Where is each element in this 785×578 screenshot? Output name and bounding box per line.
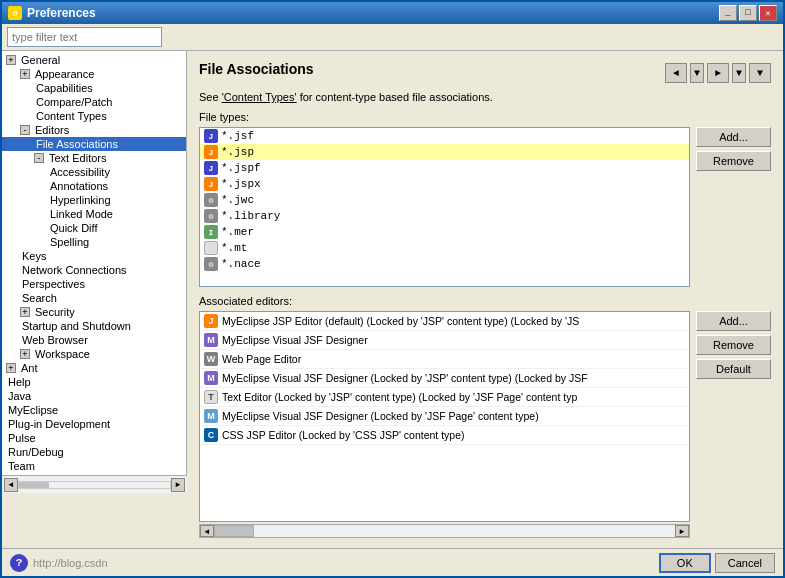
sidebar-item-security[interactable]: +Security	[2, 305, 186, 319]
sidebar-item-capabilities[interactable]: Capabilities	[2, 81, 186, 95]
ok-button[interactable]: OK	[659, 553, 711, 573]
editor-item[interactable]: TText Editor (Locked by 'JSP' content ty…	[200, 388, 689, 407]
filter-input[interactable]	[7, 27, 162, 47]
sidebar-item-spelling[interactable]: Spelling	[2, 235, 186, 249]
expand-icon[interactable]: +	[20, 307, 30, 317]
editor-item[interactable]: JMyEclipse JSP Editor (default) (Locked …	[200, 312, 689, 331]
sidebar-item-keys[interactable]: Keys	[2, 249, 186, 263]
sidebar-item-help[interactable]: Help	[2, 375, 186, 389]
editor-buttons: Add... Remove Default	[696, 311, 771, 538]
sidebar-item-label: General	[19, 54, 60, 66]
scroll-track	[18, 481, 171, 489]
editor-default-button[interactable]: Default	[696, 359, 771, 379]
file-type-item[interactable]: ⚙*.nace	[200, 256, 689, 272]
minimize-button[interactable]: _	[719, 5, 737, 21]
content-types-link[interactable]: 'Content Types'	[222, 91, 297, 103]
editor-item[interactable]: CCSS JSP Editor (Locked by 'CSS JSP' con…	[200, 426, 689, 445]
sidebar-item-label: Help	[6, 376, 31, 388]
file-type-item[interactable]: J*.jspf	[200, 160, 689, 176]
sidebar-item-label: Text Editors	[47, 152, 106, 164]
scroll-thumb	[19, 482, 49, 488]
hscroll-track	[214, 525, 675, 537]
sidebar-item-perspectives[interactable]: Perspectives	[2, 277, 186, 291]
sidebar-item-plugin-development[interactable]: Plug-in Development	[2, 417, 186, 431]
file-type-item[interactable]: ⚙*.library	[200, 208, 689, 224]
file-type-icon	[204, 241, 218, 255]
title-controls[interactable]: _ □ ✕	[719, 5, 777, 21]
file-type-item[interactable]: I*.mer	[200, 224, 689, 240]
editor-item[interactable]: MMyEclipse Visual JSF Designer	[200, 331, 689, 350]
editor-item[interactable]: MMyEclipse Visual JSF Designer (Locked b…	[200, 407, 689, 426]
sidebar-item-editors[interactable]: -Editors	[2, 123, 186, 137]
sidebar-item-text-editors[interactable]: -Text Editors	[2, 151, 186, 165]
sidebar-item-label: Hyperlinking	[48, 194, 111, 206]
sidebar-item-file-associations[interactable]: File Associations	[2, 137, 186, 151]
sidebar-item-startup-shutdown[interactable]: Startup and Shutdown	[2, 319, 186, 333]
editor-remove-button[interactable]: Remove	[696, 335, 771, 355]
editors-list[interactable]: JMyEclipse JSP Editor (default) (Locked …	[199, 311, 690, 522]
sidebar-item-network-connections[interactable]: Network Connections	[2, 263, 186, 277]
file-type-name: *.nace	[221, 258, 261, 270]
file-type-item[interactable]: J*.jspx	[200, 176, 689, 192]
editor-add-button[interactable]: Add...	[696, 311, 771, 331]
forward-button[interactable]: ►	[707, 63, 729, 83]
hscroll-right[interactable]: ►	[675, 525, 689, 537]
editor-item[interactable]: MMyEclipse Visual JSF Designer (Locked b…	[200, 369, 689, 388]
status-left: ? http://blog.csdn	[10, 554, 108, 572]
sidebar-item-linked-mode[interactable]: Linked Mode	[2, 207, 186, 221]
editor-item[interactable]: WWeb Page Editor	[200, 350, 689, 369]
scroll-left-btn[interactable]: ◄	[4, 478, 18, 492]
hscroll-thumb	[214, 525, 254, 537]
header-row: File Associations ◄ ▼ ► ▼ ▼	[199, 61, 771, 85]
file-type-item[interactable]: *.mt	[200, 240, 689, 256]
back-dropdown[interactable]: ▼	[690, 63, 704, 83]
close-button[interactable]: ✕	[759, 5, 777, 21]
sidebar-item-appearance[interactable]: +Appearance	[2, 67, 186, 81]
maximize-button[interactable]: □	[739, 5, 757, 21]
sidebar-item-quick-diff[interactable]: Quick Diff	[2, 221, 186, 235]
desc-post: for content-type based file associations…	[297, 91, 493, 103]
sidebar-item-java[interactable]: Java	[2, 389, 186, 403]
sidebar-item-label: Content Types	[34, 110, 107, 122]
file-type-item[interactable]: J*.jsp	[200, 144, 689, 160]
cancel-button[interactable]: Cancel	[715, 553, 775, 573]
sidebar-item-team[interactable]: Team	[2, 459, 186, 473]
forward-dropdown[interactable]: ▼	[732, 63, 746, 83]
file-type-name: *.library	[221, 210, 280, 222]
sidebar-item-label: Java	[6, 390, 31, 402]
expand-icon[interactable]: -	[34, 153, 44, 163]
expand-icon[interactable]: +	[6, 55, 16, 65]
sidebar-item-general[interactable]: +General	[2, 53, 186, 67]
sidebar-item-content-types[interactable]: Content Types	[2, 109, 186, 123]
editor-icon: M	[204, 371, 218, 385]
desc-pre: See	[199, 91, 222, 103]
sidebar-item-workspace[interactable]: +Workspace	[2, 347, 186, 361]
sidebar-item-accessibility[interactable]: Accessibility	[2, 165, 186, 179]
editor-text: Web Page Editor	[222, 353, 301, 365]
sidebar-item-compare-patch[interactable]: Compare/Patch	[2, 95, 186, 109]
expand-icon[interactable]: +	[6, 363, 16, 373]
menu-button[interactable]: ▼	[749, 63, 771, 83]
expand-icon[interactable]: +	[20, 349, 30, 359]
sidebar-item-myeclipse[interactable]: MyEclipse	[2, 403, 186, 417]
file-add-button[interactable]: Add...	[696, 127, 771, 147]
file-remove-button[interactable]: Remove	[696, 151, 771, 171]
expand-icon[interactable]: -	[20, 125, 30, 135]
sidebar-item-web-browser[interactable]: Web Browser	[2, 333, 186, 347]
help-icon[interactable]: ?	[10, 554, 28, 572]
scroll-right-btn[interactable]: ►	[171, 478, 185, 492]
hscroll-left[interactable]: ◄	[200, 525, 214, 537]
sidebar-item-label: Security	[33, 306, 75, 318]
file-types-list[interactable]: J*.jsfJ*.jspJ*.jspfJ*.jspx⚙*.jwc⚙*.libra…	[199, 127, 690, 287]
file-type-icon: J	[204, 161, 218, 175]
file-type-item[interactable]: J*.jsf	[200, 128, 689, 144]
sidebar-item-hyperlinking[interactable]: Hyperlinking	[2, 193, 186, 207]
sidebar-item-run-debug[interactable]: Run/Debug	[2, 445, 186, 459]
sidebar-item-annotations[interactable]: Annotations	[2, 179, 186, 193]
file-type-item[interactable]: ⚙*.jwc	[200, 192, 689, 208]
sidebar-item-ant[interactable]: +Ant	[2, 361, 186, 375]
back-button[interactable]: ◄	[665, 63, 687, 83]
sidebar-item-search[interactable]: Search	[2, 291, 186, 305]
sidebar-item-pulse[interactable]: Pulse	[2, 431, 186, 445]
expand-icon[interactable]: +	[20, 69, 30, 79]
